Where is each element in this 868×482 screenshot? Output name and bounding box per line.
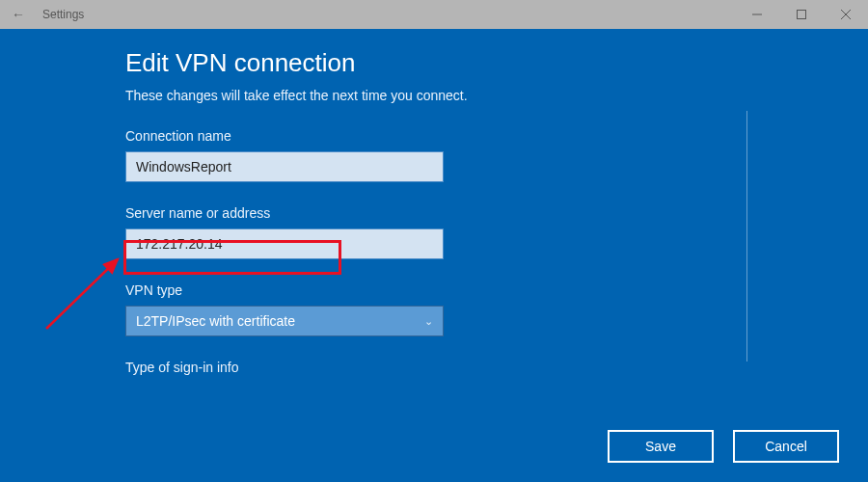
- dialog-subtitle: These changes will take effect the next …: [125, 88, 839, 103]
- svg-rect-1: [798, 11, 806, 19]
- minimize-button[interactable]: [735, 0, 779, 29]
- vpn-type-select[interactable]: L2TP/IPsec with certificate ⌄: [125, 306, 444, 336]
- dialog-buttons: Save Cancel: [608, 430, 839, 463]
- maximize-button[interactable]: [779, 0, 824, 29]
- dialog-heading: Edit VPN connection: [125, 48, 839, 78]
- connection-name-input[interactable]: [125, 151, 444, 182]
- vpn-type-label: VPN type: [125, 282, 839, 298]
- connection-name-group: Connection name: [125, 128, 839, 182]
- cancel-button[interactable]: Cancel: [733, 430, 839, 463]
- connection-name-label: Connection name: [125, 128, 839, 144]
- server-address-label: Server name or address: [125, 205, 839, 221]
- signin-type-label: Type of sign-in info: [125, 360, 839, 375]
- server-address-group: Server name or address: [125, 205, 839, 259]
- vpn-type-selected: L2TP/IPsec with certificate: [136, 313, 295, 329]
- back-arrow-icon[interactable]: ←: [12, 7, 25, 22]
- window-title: Settings: [42, 8, 84, 21]
- annotation-arrow-icon: [39, 254, 130, 335]
- edit-vpn-dialog: Edit VPN connection These changes will t…: [0, 29, 868, 482]
- svg-line-4: [46, 259, 118, 329]
- window-controls: [735, 0, 868, 29]
- close-button[interactable]: [824, 0, 868, 29]
- window-titlebar: ← Settings: [0, 0, 868, 29]
- save-button[interactable]: Save: [608, 430, 714, 463]
- vertical-divider: [746, 111, 747, 362]
- signin-type-group: Type of sign-in info: [125, 360, 839, 375]
- chevron-down-icon: ⌄: [424, 315, 433, 328]
- server-address-input[interactable]: [125, 228, 444, 259]
- vpn-type-group: VPN type L2TP/IPsec with certificate ⌄: [125, 282, 839, 336]
